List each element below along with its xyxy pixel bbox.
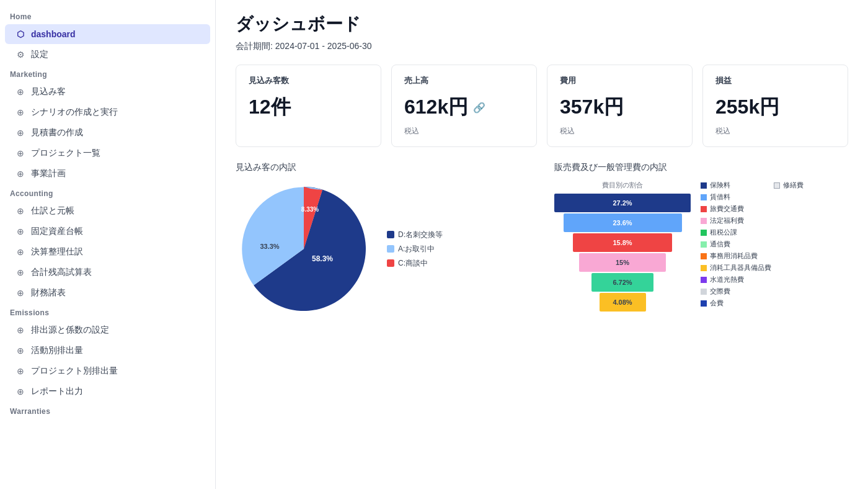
main-content: ダッシュボード 会計期間: 2024-07-01 - 2025-06-30 見込… bbox=[216, 0, 868, 489]
sidebar-item-journal[interactable]: ⊕ 仕訳と元帳 bbox=[5, 201, 210, 221]
funnel-legend-item-6: 通信費 bbox=[701, 240, 771, 249]
sidebar-item-label: 仕訳と元帳 bbox=[31, 205, 74, 217]
pie-chart-section: 見込み客の内訳 58.3% bbox=[236, 162, 529, 317]
funnel-legend-dot-6 bbox=[701, 241, 707, 248]
sidebar-item-dashboard[interactable]: ⬡ dashboard bbox=[5, 24, 210, 44]
pie-container: 58.3% 33.3% 8.33% D:名刺交換等 A:お取引中 bbox=[236, 181, 529, 317]
funnel-legend: 保険料 賃借料 旅費交通費 法定福利費 bbox=[701, 181, 801, 308]
funnel-legend-item-9: 水道光熱費 bbox=[701, 275, 771, 284]
funnel-legend-item-12: 修繕費 bbox=[774, 181, 804, 190]
funnel-legend-item-2: 賃借料 bbox=[701, 192, 771, 202]
circle-plus-icon: ⊕ bbox=[15, 205, 26, 217]
pie-chart-svg: 58.3% 33.3% 8.33% bbox=[236, 181, 372, 317]
kpi-card-leads: 見込み客数 12件 bbox=[236, 65, 381, 147]
warranties-section-label: Warranties bbox=[0, 402, 215, 418]
funnel-legend-dot-8 bbox=[701, 265, 707, 271]
kpi-card-cost: 費用 357k円 税込 bbox=[547, 65, 693, 147]
funnel-legend-dot-10 bbox=[701, 289, 707, 295]
funnel-bar-4: 15% bbox=[579, 253, 666, 272]
funnel-chart-subtitle: 費目別の割合 bbox=[554, 181, 691, 190]
sidebar-item-fixed-assets[interactable]: ⊕ 固定資産台帳 bbox=[5, 222, 210, 241]
sidebar-item-label: 見積書の作成 bbox=[31, 127, 83, 138]
sidebar-item-scenarios[interactable]: ⊕ シナリオの作成と実行 bbox=[5, 102, 210, 122]
svg-text:8.33%: 8.33% bbox=[301, 206, 319, 213]
funnel-legend-item-10: 交際費 bbox=[701, 287, 771, 296]
kpi-card-revenue: 売上高 612k円 🔗 税込 bbox=[391, 65, 537, 147]
legend-label-c: C:商談中 bbox=[398, 258, 428, 269]
sidebar-item-report-output[interactable]: ⊕ レポート出力 bbox=[5, 382, 210, 402]
legend-label-d: D:名刺交換等 bbox=[398, 230, 443, 240]
sidebar-item-leads[interactable]: ⊕ 見込み客 bbox=[5, 82, 210, 102]
kpi-profit-sub: 税込 bbox=[715, 126, 835, 137]
circle-plus-icon: ⊕ bbox=[15, 345, 26, 356]
funnel-bar-3: 15.8% bbox=[573, 233, 672, 252]
sidebar-item-label: プロジェクト一覧 bbox=[31, 148, 100, 159]
emissions-section-label: Emissions bbox=[0, 303, 215, 320]
sidebar-item-emission-factors[interactable]: ⊕ 排出源と係数の設定 bbox=[5, 320, 210, 340]
kpi-cost-label: 費用 bbox=[560, 75, 680, 86]
circle-plus-icon: ⊕ bbox=[15, 168, 26, 179]
funnel-legend-dot-9 bbox=[701, 277, 707, 283]
kpi-row: 見込み客数 12件 売上高 612k円 🔗 税込 費用 357k円 税込 損益 … bbox=[236, 65, 848, 147]
sidebar-item-closing-entries[interactable]: ⊕ 決算整理仕訳 bbox=[5, 242, 210, 262]
sidebar-item-trial-balance[interactable]: ⊕ 合計残高試算表 bbox=[5, 262, 210, 282]
period-label: 会計期間: 2024-07-01 - 2025-06-30 bbox=[236, 41, 848, 52]
funnel-chart: 費目別の割合 27.2% 23.6% 15.8% 15% 6.72% 4.08 bbox=[554, 181, 691, 312]
sidebar-item-label: 財務諸表 bbox=[31, 287, 66, 298]
circle-plus-icon: ⊕ bbox=[15, 267, 26, 278]
sidebar-item-projects[interactable]: ⊕ プロジェクト一覧 bbox=[5, 143, 210, 163]
sidebar-item-label: 決算整理仕訳 bbox=[31, 246, 83, 258]
sidebar-item-activity-emissions[interactable]: ⊕ 活動別排出量 bbox=[5, 341, 210, 361]
funnel-legend-item-3: 旅費交通費 bbox=[701, 204, 771, 213]
kpi-leads-value: 12件 bbox=[249, 94, 368, 121]
sidebar-item-project-emissions[interactable]: ⊕ プロジェクト別排出量 bbox=[5, 361, 210, 381]
funnel-bar-5: 6.72% bbox=[591, 273, 653, 292]
sidebar-item-label: 固定資産台帳 bbox=[31, 226, 83, 237]
circle-plus-icon: ⊕ bbox=[15, 386, 26, 397]
sidebar-item-label: 活動別排出量 bbox=[31, 345, 83, 356]
kpi-revenue-sub: 税込 bbox=[404, 126, 524, 137]
sidebar-item-label: 事業計画 bbox=[31, 168, 66, 179]
svg-text:33.3%: 33.3% bbox=[260, 243, 279, 250]
funnel-legend-item-5: 租税公課 bbox=[701, 228, 771, 237]
pie-legend: D:名刺交換等 A:お取引中 C:商談中 bbox=[387, 230, 443, 269]
sidebar-item-label: dashboard bbox=[31, 29, 76, 39]
dashboard-icon: ⬡ bbox=[15, 29, 26, 40]
funnel-legend-dot-12 bbox=[774, 182, 780, 189]
funnel-legend-dot-5 bbox=[701, 230, 707, 236]
sidebar-item-financial-statements[interactable]: ⊕ 財務諸表 bbox=[5, 283, 210, 303]
pie-chart-title: 見込み客の内訳 bbox=[236, 162, 529, 173]
kpi-profit-value: 255k円 bbox=[715, 94, 835, 121]
sidebar-item-label: 見込み客 bbox=[31, 86, 66, 97]
legend-item-c: C:商談中 bbox=[387, 258, 443, 269]
home-section-label: Home bbox=[0, 7, 215, 24]
funnel-legend-item-1: 保険料 bbox=[701, 181, 771, 190]
legend-dot-d bbox=[387, 231, 394, 238]
circle-plus-icon: ⊕ bbox=[15, 107, 26, 118]
sidebar-item-label: レポート出力 bbox=[31, 386, 83, 397]
accounting-section-label: Accounting bbox=[0, 184, 215, 200]
funnel-legend-dot-1 bbox=[701, 182, 707, 189]
sidebar: Home ⬡ dashboard ⚙ 設定 Marketing ⊕ 見込み客 ⊕… bbox=[0, 0, 216, 489]
circle-plus-icon: ⊕ bbox=[15, 86, 26, 97]
funnel-bars: 27.2% 23.6% 15.8% 15% 6.72% 4.08% bbox=[554, 194, 691, 312]
funnel-legend-dot-7 bbox=[701, 253, 707, 259]
funnel-legend-dot-2 bbox=[701, 194, 707, 200]
page-title: ダッシュボード bbox=[236, 12, 848, 36]
sidebar-item-label: 合計残高試算表 bbox=[31, 267, 92, 278]
sidebar-item-business-plan[interactable]: ⊕ 事業計画 bbox=[5, 164, 210, 184]
sidebar-item-settings[interactable]: ⚙ 設定 bbox=[5, 45, 210, 65]
circle-plus-icon: ⊕ bbox=[15, 127, 26, 138]
funnel-legend-item-4: 法定福利費 bbox=[701, 216, 771, 225]
marketing-section-label: Marketing bbox=[0, 65, 215, 81]
circle-plus-icon: ⊕ bbox=[15, 226, 26, 237]
funnel-legend-item-7: 事務用消耗品費 bbox=[701, 251, 771, 261]
funnel-legend-dot-4 bbox=[701, 218, 707, 224]
legend-dot-a bbox=[387, 245, 394, 253]
link-icon[interactable]: 🔗 bbox=[473, 102, 485, 114]
funnel-container: 費目別の割合 27.2% 23.6% 15.8% 15% 6.72% 4.08 bbox=[554, 181, 848, 312]
funnel-chart-title: 販売費及び一般管理費の内訳 bbox=[554, 162, 848, 173]
svg-text:58.3%: 58.3% bbox=[312, 254, 333, 263]
sidebar-item-quotes[interactable]: ⊕ 見積書の作成 bbox=[5, 123, 210, 143]
kpi-revenue-value: 612k円 🔗 bbox=[404, 94, 524, 121]
